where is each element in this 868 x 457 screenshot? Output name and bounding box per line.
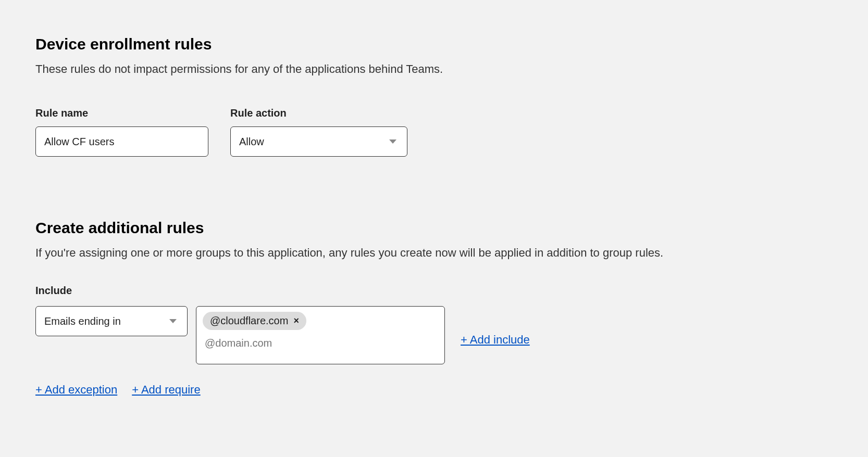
domain-tag: @cloudflare.com × — [203, 312, 306, 330]
chevron-down-icon — [169, 319, 177, 323]
chevron-down-icon — [389, 139, 396, 144]
device-enrollment-title: Device enrollment rules — [35, 35, 833, 53]
add-require-button[interactable]: + Add require — [132, 383, 200, 397]
rule-action-select[interactable]: Allow — [230, 126, 407, 157]
rule-name-label: Rule name — [35, 107, 208, 119]
include-selector[interactable]: Emails ending in — [35, 306, 188, 336]
include-values-box[interactable]: @cloudflare.com × — [196, 306, 445, 364]
device-enrollment-description: These rules do not impact permissions fo… — [35, 62, 833, 76]
add-exception-button[interactable]: + Add exception — [35, 383, 117, 397]
rule-action-group: Rule action Allow — [230, 107, 407, 157]
rule-name-group: Rule name — [35, 107, 208, 157]
create-rules-description: If you're assigning one or more groups t… — [35, 246, 833, 260]
create-rules-title: Create additional rules — [35, 219, 833, 237]
domain-input[interactable] — [203, 335, 438, 351]
include-selector-value: Emails ending in — [44, 315, 121, 327]
include-row: Emails ending in @cloudflare.com × + Add… — [35, 306, 833, 364]
close-icon[interactable]: × — [293, 315, 299, 326]
rule-name-input[interactable] — [35, 126, 208, 157]
rule-action-value: Allow — [239, 136, 264, 148]
bottom-links: + Add exception + Add require — [35, 383, 833, 397]
add-include-button[interactable]: + Add include — [461, 333, 530, 347]
rule-fields-row: Rule name Rule action Allow — [35, 107, 833, 157]
domain-tag-label: @cloudflare.com — [210, 315, 288, 327]
rule-action-label: Rule action — [230, 107, 407, 119]
include-label: Include — [35, 285, 833, 297]
